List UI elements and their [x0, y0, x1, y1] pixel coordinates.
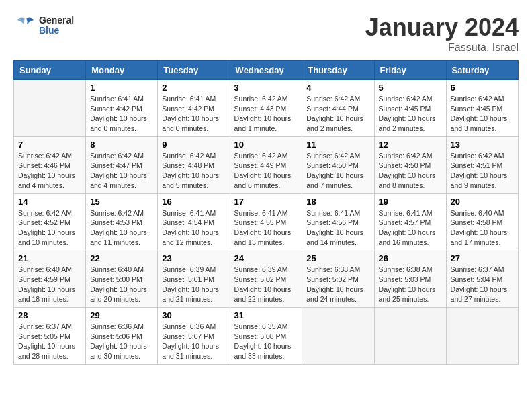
day-number: 15: [90, 197, 153, 207]
calendar-cell: 9Sunrise: 6:42 AMSunset: 4:48 PMDaylight…: [158, 136, 230, 193]
calendar-cell: 2Sunrise: 6:41 AMSunset: 4:42 PMDaylight…: [158, 80, 230, 137]
weekday-header: Wednesday: [230, 61, 302, 80]
day-number: 30: [162, 310, 225, 320]
logo-text-blue: Blue: [39, 26, 74, 36]
day-info: Sunrise: 6:37 AMSunset: 5:05 PMDaylight:…: [18, 322, 81, 361]
day-info: Sunrise: 6:35 AMSunset: 5:08 PMDaylight:…: [234, 322, 298, 361]
day-number: 6: [451, 83, 514, 93]
calendar-cell: 10Sunrise: 6:42 AMSunset: 4:49 PMDayligh…: [230, 136, 302, 193]
logo-bird-icon: [13, 13, 38, 38]
logo-text-general: General: [39, 15, 74, 26]
day-number: 18: [306, 197, 369, 207]
day-info: Sunrise: 6:41 AMSunset: 4:55 PMDaylight:…: [234, 208, 298, 248]
day-number: 13: [451, 140, 514, 150]
calendar-cell: 11Sunrise: 6:42 AMSunset: 4:50 PMDayligh…: [302, 136, 374, 193]
day-info: Sunrise: 6:42 AMSunset: 4:47 PMDaylight:…: [90, 151, 153, 191]
day-number: 26: [379, 253, 442, 263]
calendar-cell: 3Sunrise: 6:42 AMSunset: 4:43 PMDaylight…: [230, 80, 302, 137]
day-info: Sunrise: 6:40 AMSunset: 4:58 PMDaylight:…: [451, 208, 514, 248]
day-number: 12: [379, 140, 442, 150]
calendar-cell: 29Sunrise: 6:36 AMSunset: 5:06 PMDayligh…: [86, 308, 158, 365]
calendar-week-row: 1Sunrise: 6:41 AMSunset: 4:42 PMDaylight…: [14, 80, 519, 137]
day-info: Sunrise: 6:41 AMSunset: 4:56 PMDaylight:…: [306, 208, 369, 248]
calendar-cell: 8Sunrise: 6:42 AMSunset: 4:47 PMDaylight…: [86, 136, 158, 193]
day-number: 17: [234, 197, 298, 207]
day-info: Sunrise: 6:42 AMSunset: 4:51 PMDaylight:…: [451, 151, 514, 191]
day-info: Sunrise: 6:42 AMSunset: 4:48 PMDaylight:…: [162, 151, 225, 191]
day-info: Sunrise: 6:39 AMSunset: 5:02 PMDaylight:…: [234, 265, 298, 304]
day-number: 10: [234, 140, 298, 150]
calendar-cell: [14, 80, 86, 137]
day-number: 21: [18, 253, 81, 263]
calendar-cell: 21Sunrise: 6:40 AMSunset: 4:59 PMDayligh…: [14, 250, 86, 308]
day-info: Sunrise: 6:40 AMSunset: 4:59 PMDaylight:…: [18, 265, 81, 304]
day-number: 4: [306, 83, 369, 93]
calendar-cell: 13Sunrise: 6:42 AMSunset: 4:51 PMDayligh…: [446, 136, 518, 193]
calendar-cell: [302, 308, 374, 365]
calendar-cell: [374, 308, 446, 365]
calendar-cell: 22Sunrise: 6:40 AMSunset: 5:00 PMDayligh…: [86, 250, 158, 308]
day-number: 8: [90, 140, 153, 150]
weekday-header: Thursday: [302, 61, 374, 80]
day-number: 24: [234, 253, 298, 263]
day-number: 19: [379, 197, 442, 207]
day-info: Sunrise: 6:42 AMSunset: 4:44 PMDaylight:…: [306, 94, 369, 134]
calendar-cell: 16Sunrise: 6:41 AMSunset: 4:54 PMDayligh…: [158, 193, 230, 250]
day-number: 1: [90, 83, 153, 93]
calendar-week-row: 28Sunrise: 6:37 AMSunset: 5:05 PMDayligh…: [14, 308, 519, 365]
weekday-header: Saturday: [446, 61, 518, 80]
day-number: 27: [451, 253, 514, 263]
day-info: Sunrise: 6:38 AMSunset: 5:02 PMDaylight:…: [306, 265, 369, 304]
day-info: Sunrise: 6:41 AMSunset: 4:42 PMDaylight:…: [90, 94, 153, 134]
calendar-cell: 12Sunrise: 6:42 AMSunset: 4:50 PMDayligh…: [374, 136, 446, 193]
calendar-week-row: 21Sunrise: 6:40 AMSunset: 4:59 PMDayligh…: [14, 250, 519, 308]
logo-container: General Blue: [13, 13, 74, 38]
day-info: Sunrise: 6:36 AMSunset: 5:06 PMDaylight:…: [90, 322, 153, 361]
calendar-cell: 19Sunrise: 6:41 AMSunset: 4:57 PMDayligh…: [374, 193, 446, 250]
day-number: 16: [162, 197, 225, 207]
title-area: January 2024 Fassuta, Israel: [365, 13, 519, 54]
day-info: Sunrise: 6:42 AMSunset: 4:50 PMDaylight:…: [379, 151, 442, 191]
page-header: General Blue January 2024 Fassuta, Israe…: [13, 13, 519, 54]
weekday-header: Sunday: [14, 61, 86, 80]
calendar-cell: 23Sunrise: 6:39 AMSunset: 5:01 PMDayligh…: [158, 250, 230, 308]
calendar-cell: 27Sunrise: 6:37 AMSunset: 5:04 PMDayligh…: [446, 250, 518, 308]
day-number: 25: [306, 253, 369, 263]
day-info: Sunrise: 6:42 AMSunset: 4:45 PMDaylight:…: [451, 94, 514, 134]
day-number: 23: [162, 253, 225, 263]
day-info: Sunrise: 6:38 AMSunset: 5:03 PMDaylight:…: [379, 265, 442, 304]
day-info: Sunrise: 6:41 AMSunset: 4:42 PMDaylight:…: [162, 94, 225, 134]
calendar-cell: 26Sunrise: 6:38 AMSunset: 5:03 PMDayligh…: [374, 250, 446, 308]
day-number: 7: [18, 140, 81, 150]
day-info: Sunrise: 6:42 AMSunset: 4:49 PMDaylight:…: [234, 151, 298, 191]
day-number: 14: [18, 197, 81, 207]
day-number: 9: [162, 140, 225, 150]
day-number: 28: [18, 310, 81, 320]
calendar-table: SundayMondayTuesdayWednesdayThursdayFrid…: [13, 60, 519, 365]
day-info: Sunrise: 6:41 AMSunset: 4:57 PMDaylight:…: [379, 208, 442, 248]
location-title: Fassuta, Israel: [365, 42, 519, 54]
day-number: 31: [234, 310, 298, 320]
month-title: January 2024: [365, 13, 519, 42]
day-info: Sunrise: 6:42 AMSunset: 4:45 PMDaylight:…: [379, 94, 442, 134]
weekday-header: Friday: [374, 61, 446, 80]
calendar-cell: 25Sunrise: 6:38 AMSunset: 5:02 PMDayligh…: [302, 250, 374, 308]
calendar-cell: 28Sunrise: 6:37 AMSunset: 5:05 PMDayligh…: [14, 308, 86, 365]
day-info: Sunrise: 6:42 AMSunset: 4:43 PMDaylight:…: [234, 94, 298, 134]
calendar-cell: 30Sunrise: 6:36 AMSunset: 5:07 PMDayligh…: [158, 308, 230, 365]
calendar-cell: 5Sunrise: 6:42 AMSunset: 4:45 PMDaylight…: [374, 80, 446, 137]
day-info: Sunrise: 6:40 AMSunset: 5:00 PMDaylight:…: [90, 265, 153, 304]
day-number: 20: [451, 197, 514, 207]
day-info: Sunrise: 6:42 AMSunset: 4:50 PMDaylight:…: [306, 151, 369, 191]
day-info: Sunrise: 6:37 AMSunset: 5:04 PMDaylight:…: [451, 265, 514, 304]
calendar-cell: 14Sunrise: 6:42 AMSunset: 4:52 PMDayligh…: [14, 193, 86, 250]
day-info: Sunrise: 6:42 AMSunset: 4:52 PMDaylight:…: [18, 208, 81, 248]
calendar-week-row: 14Sunrise: 6:42 AMSunset: 4:52 PMDayligh…: [14, 193, 519, 250]
calendar-cell: 7Sunrise: 6:42 AMSunset: 4:46 PMDaylight…: [14, 136, 86, 193]
day-number: 5: [379, 83, 442, 93]
day-number: 22: [90, 253, 153, 263]
day-info: Sunrise: 6:36 AMSunset: 5:07 PMDaylight:…: [162, 322, 225, 361]
day-number: 29: [90, 310, 153, 320]
calendar-cell: 20Sunrise: 6:40 AMSunset: 4:58 PMDayligh…: [446, 193, 518, 250]
calendar-cell: [446, 308, 518, 365]
